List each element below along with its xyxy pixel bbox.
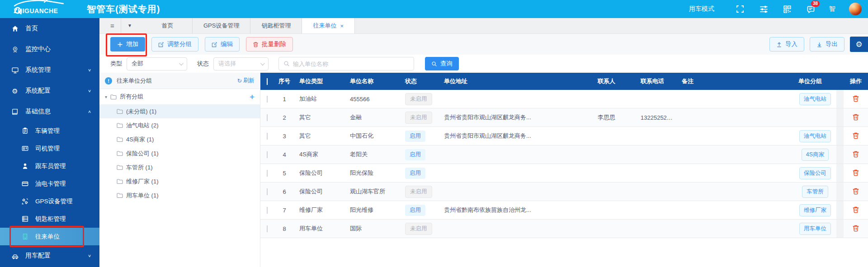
close-icon[interactable]: × <box>340 23 344 29</box>
vehicle-mode-link[interactable]: 用车模式 <box>689 5 714 13</box>
tree-item-4s-dealer[interactable]: 4S商家 (1) <box>99 132 260 146</box>
sidebar-item-label: 用车配置 <box>25 252 51 260</box>
column-header: 联系人 <box>593 77 636 85</box>
status-select[interactable]: 请选择 <box>213 57 269 70</box>
gps-icon <box>21 198 29 205</box>
cabinet-icon <box>21 215 29 222</box>
tab-bar: ≡ ▼ 首页GPS设备管理钥匙柜管理往来单位× <box>99 18 868 34</box>
cell-status: 启用 <box>401 131 439 142</box>
messages-icon[interactable]: 38 <box>806 4 816 14</box>
tab-dropdown-icon[interactable]: ▼ <box>121 18 138 33</box>
tab-home[interactable]: 首页 <box>143 18 193 33</box>
tree-item-label: 4S商家 (1) <box>126 136 154 144</box>
tree-item-label: 维修厂家 (1) <box>126 178 159 186</box>
table-row: 2其它金融未启用贵州省贵阳市观山湖区麒龙商务...李思思13225252323 <box>260 108 868 127</box>
caret-down-icon[interactable]: ▾ <box>105 94 107 99</box>
import-button[interactable]: 导入 <box>769 37 804 52</box>
search-icon <box>283 61 290 67</box>
sidebar-item-home[interactable]: 首页 <box>0 18 99 39</box>
sidebar-item-attendant-mgmt[interactable]: 跟车员管理 <box>0 157 99 175</box>
row-checkbox[interactable] <box>267 188 268 195</box>
row-checkbox[interactable] <box>267 225 268 232</box>
folder-icon <box>117 150 123 156</box>
tree-item-vehicle-admin[interactable]: 车管所 (1) <box>99 160 260 174</box>
delete-button[interactable] <box>852 150 859 158</box>
row-checkbox[interactable] <box>267 151 268 158</box>
group-tag: 油气电站 <box>799 93 831 105</box>
sidebar-item-driver-mgmt[interactable]: 司机管理 <box>0 140 99 157</box>
delete-button[interactable] <box>852 95 859 102</box>
unit-name-search[interactable] <box>278 57 414 70</box>
tab-list-menu-icon[interactable]: ≡ <box>104 18 121 33</box>
table-row: 44S商家老阳关启用4S商家 <box>260 145 868 164</box>
tree-root-all-groups[interactable]: ▾ 所有分组 + <box>99 89 260 104</box>
add-button[interactable]: 增加 <box>110 37 145 52</box>
user-name-short[interactable]: 智 <box>829 5 835 13</box>
table-settings-gear-icon[interactable]: ⚙ <box>850 37 868 52</box>
tree-item-vehicle-user[interactable]: 用车单位 (1) <box>99 188 260 202</box>
status-badge: 启用 <box>405 205 425 216</box>
cell-num: 8 <box>274 225 295 232</box>
tree-item-gas-station[interactable]: 油气电站 (2) <box>99 118 260 132</box>
tab-key-cabinet[interactable]: 钥匙柜管理 <box>250 18 302 33</box>
delete-button[interactable] <box>852 187 859 195</box>
cell-group: 车管所 <box>794 186 836 198</box>
delete-button[interactable] <box>852 169 859 176</box>
tree-item-insurance[interactable]: 保险公司 (1) <box>99 146 260 160</box>
scrollbar-gutter <box>836 145 844 164</box>
edit-button[interactable]: 编辑 <box>205 37 240 52</box>
status-badge: 启用 <box>405 168 425 179</box>
magnifier-q-icon <box>14 6 23 15</box>
column-header: 单位地址 <box>439 77 593 85</box>
row-checkbox[interactable] <box>267 207 268 214</box>
batch-delete-button[interactable]: 批量删除 <box>246 37 293 52</box>
tree-item-ungrouped[interactable]: (未分组) (1) <box>99 104 260 118</box>
column-header: 操作 <box>844 77 868 85</box>
sidebar-item-counterpart[interactable]: 往来单位 <box>0 228 99 245</box>
qrcode-icon[interactable] <box>782 4 792 14</box>
export-button[interactable]: 导出 <box>810 37 844 52</box>
sliders-icon[interactable] <box>759 4 769 14</box>
sidebar-item-label: 首页 <box>25 24 38 33</box>
type-select[interactable]: 全部 <box>127 57 187 70</box>
row-checkbox[interactable] <box>267 114 268 121</box>
sidebar-item-system-cfg[interactable]: ⚙系统配置∨ <box>0 80 99 101</box>
sidebar-item-vehicle-mgmt[interactable]: 车辆管理 <box>0 122 99 140</box>
adjust-group-button[interactable]: 调整分组 <box>151 37 198 52</box>
delete-button[interactable] <box>852 132 859 139</box>
row-checkbox[interactable] <box>267 133 268 140</box>
sidebar-item-car-config[interactable]: 用车配置∨ <box>0 245 99 266</box>
query-button[interactable]: 查询 <box>425 57 459 70</box>
column-header: 状态 <box>401 77 439 85</box>
sidebar-item-label: 钥匙柜管理 <box>35 215 66 223</box>
refresh-button[interactable]: ↻刷新 <box>237 77 255 84</box>
cell-type: 4S商家 <box>295 150 345 159</box>
column-header: 单位名称 <box>345 77 401 85</box>
cell-type: 用车单位 <box>295 225 345 233</box>
tab-counterpart[interactable]: 往来单位× <box>302 18 355 33</box>
delete-button[interactable] <box>852 206 859 213</box>
cell-name: 国际 <box>345 225 401 233</box>
cell-status: 启用 <box>401 168 439 179</box>
message-count-badge: 38 <box>811 0 820 7</box>
sidebar-item-monitor[interactable]: 监控中心 <box>0 39 99 60</box>
sidebar-item-gps-mgmt[interactable]: GPS设备管理 <box>0 192 99 210</box>
tree-item-label: 用车单位 (1) <box>126 192 159 200</box>
tab-gps-device[interactable]: GPS设备管理 <box>193 18 250 33</box>
sidebar-item-system-mgmt[interactable]: 系统管理∨ <box>0 60 99 80</box>
tree-item-repair-shop[interactable]: 维修厂家 (1) <box>99 174 260 188</box>
add-group-button[interactable]: + <box>250 93 255 101</box>
delete-button[interactable] <box>852 113 859 121</box>
search-input[interactable] <box>293 61 409 67</box>
avatar[interactable] <box>849 3 862 15</box>
delete-button[interactable] <box>852 225 859 232</box>
page-title: 智管车(测试专用) <box>87 3 160 15</box>
cell-operations <box>844 225 868 233</box>
sidebar-item-fuel-card-mgmt[interactable]: 油电卡管理 <box>0 175 99 192</box>
sidebar-item-base-info[interactable]: 基础信息∧ <box>0 101 99 122</box>
select-all-checkbox[interactable] <box>267 78 268 85</box>
fullscreen-icon[interactable] <box>735 4 745 14</box>
row-checkbox[interactable] <box>267 96 268 103</box>
sidebar-item-key-cabinet[interactable]: 钥匙柜管理 <box>0 210 99 228</box>
row-checkbox[interactable] <box>267 170 268 177</box>
